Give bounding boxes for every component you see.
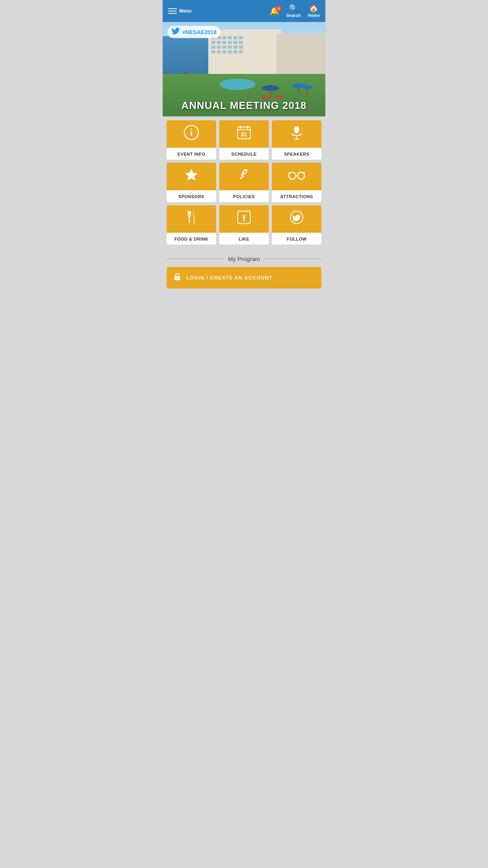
app-header: Menu 0 🔔 🔍 Search 🏠 Home — [163, 0, 325, 22]
tile-like-label: LIKE — [238, 237, 249, 241]
hero-banner: #NESAE2018 ANNUAL MEETING 2018 — [163, 22, 325, 116]
twitter-hashtag: #NESAE2018 — [182, 29, 216, 35]
tile-event-info-label: EVENT INFO — [177, 152, 205, 156]
hero-pool — [220, 79, 255, 90]
twitter-icon — [171, 28, 180, 37]
tile-food-drink[interactable]: FOOD & DRINK — [167, 205, 216, 245]
my-program-label: My Program — [228, 256, 260, 262]
svg-rect-34 — [189, 216, 190, 223]
svg-point-39 — [177, 278, 178, 279]
svg-rect-3 — [263, 95, 268, 97]
tile-sponsors[interactable]: SPONSORS — [167, 163, 216, 202]
svg-rect-16 — [247, 126, 248, 129]
tile-speakers[interactable]: SPEAKERS — [272, 120, 321, 160]
tile-schedule[interactable]: 31 SCHEDULE — [219, 120, 269, 160]
my-program-section: My Program LOGIN / CREATE AN ACCOUNT — [163, 248, 325, 292]
tile-attractions[interactable]: ATTRACTIONS — [272, 163, 321, 202]
main-grid-section: EVENT INFO 31 SCHEDULE — [163, 116, 325, 248]
tile-attractions-label: ATTRACTIONS — [280, 194, 313, 199]
svg-rect-15 — [240, 126, 241, 129]
svg-line-24 — [240, 176, 243, 179]
tile-policies-label-area: POLICIES — [219, 190, 269, 202]
tile-follow-label-area: FOLLOW — [272, 233, 321, 245]
tile-sponsors-label-area: SPONSORS — [167, 190, 216, 202]
tile-follow-icon-area — [272, 205, 321, 233]
my-program-divider-row: My Program — [167, 256, 321, 262]
glasses-icon — [288, 169, 305, 184]
notifications-button[interactable]: 0 🔔 — [270, 7, 279, 15]
svg-rect-20 — [294, 139, 299, 140]
svg-rect-5 — [276, 95, 282, 97]
menu-label[interactable]: Menu — [179, 8, 191, 14]
tile-speakers-label-area: SPEAKERS — [272, 148, 321, 160]
pushpin-icon — [236, 167, 252, 186]
svg-point-25 — [244, 171, 246, 173]
header-actions: 0 🔔 🔍 Search 🏠 Home — [270, 4, 320, 18]
microphone-icon — [289, 125, 305, 143]
tile-speakers-label: SPEAKERS — [284, 152, 310, 156]
svg-text:f: f — [242, 213, 246, 223]
hero-building-right — [277, 33, 325, 81]
search-icon: 🔍 — [289, 4, 299, 12]
calendar-icon: 31 — [236, 125, 252, 143]
tile-attractions-label-area: ATTRACTIONS — [272, 190, 321, 202]
tile-food-drink-label: FOOD & DRINK — [174, 237, 209, 241]
login-label: LOGIN / CREATE AN ACCOUNT — [186, 275, 273, 281]
svg-marker-21 — [185, 169, 198, 181]
tile-policies-label: POLICIES — [233, 194, 255, 199]
search-label: Search — [286, 13, 301, 18]
facebook-icon: f — [236, 210, 252, 228]
tile-schedule-icon-area: 31 — [219, 120, 269, 148]
hero-title: ANNUAL MEETING 2018 — [163, 99, 325, 112]
tile-like-icon-area: f — [219, 205, 269, 233]
home-icon: 🏠 — [309, 4, 319, 12]
svg-rect-18 — [294, 126, 299, 133]
svg-point-26 — [289, 172, 296, 179]
lock-icon — [173, 272, 182, 283]
svg-text:31: 31 — [241, 131, 247, 138]
twitter-badge: #NESAE2018 — [167, 26, 220, 38]
svg-line-29 — [289, 172, 290, 173]
tile-attractions-icon-area — [272, 163, 321, 190]
svg-rect-11 — [191, 131, 192, 136]
tile-follow[interactable]: FOLLOW — [272, 205, 321, 245]
search-button[interactable]: 🔍 Search — [286, 4, 301, 18]
svg-point-27 — [297, 172, 305, 179]
home-button[interactable]: 🏠 Home — [308, 4, 320, 18]
star-icon — [183, 167, 199, 186]
tile-policies[interactable]: POLICIES — [219, 163, 269, 202]
tile-event-info[interactable]: EVENT INFO — [167, 120, 216, 160]
tile-follow-label: FOLLOW — [287, 237, 307, 241]
tile-food-drink-icon-area — [167, 205, 216, 233]
svg-rect-19 — [296, 136, 297, 139]
svg-rect-14 — [238, 129, 250, 130]
login-button[interactable]: LOGIN / CREATE AN ACCOUNT — [167, 267, 321, 289]
tile-sponsors-icon-area — [167, 163, 216, 190]
menu-section: Menu — [168, 8, 191, 14]
info-circle-icon — [183, 125, 199, 143]
tile-schedule-label-area: SCHEDULE — [219, 148, 269, 160]
tile-sponsors-label: SPONSORS — [178, 194, 204, 199]
left-divider — [167, 259, 224, 259]
tile-policies-icon-area — [219, 163, 269, 190]
tile-event-info-label-area: EVENT INFO — [167, 148, 216, 160]
hamburger-menu-icon[interactable] — [168, 8, 177, 14]
svg-point-12 — [191, 129, 192, 130]
twitter-follow-icon — [289, 210, 305, 228]
tile-like[interactable]: f LIKE — [219, 205, 269, 245]
right-divider — [264, 259, 321, 259]
fork-knife-icon — [183, 210, 199, 228]
tile-food-drink-label-area: FOOD & DRINK — [167, 233, 216, 245]
svg-line-30 — [304, 172, 305, 173]
home-label: Home — [308, 13, 320, 18]
tile-like-label-area: LIKE — [219, 233, 269, 245]
tile-event-info-icon-area — [167, 120, 216, 148]
svg-rect-33 — [188, 211, 191, 214]
hero-windows — [211, 36, 243, 53]
tile-schedule-label: SCHEDULE — [231, 152, 257, 156]
notification-badge: 0 — [276, 6, 282, 11]
menu-grid: EVENT INFO 31 SCHEDULE — [167, 120, 321, 245]
tile-speakers-icon-area — [272, 120, 321, 148]
